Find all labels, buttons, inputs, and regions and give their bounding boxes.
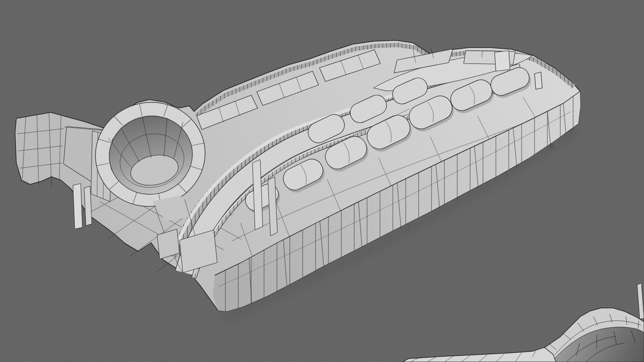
viewport-grain: [0, 0, 644, 362]
viewport[interactable]: [0, 0, 644, 362]
viewport-canvas[interactable]: [0, 0, 644, 362]
